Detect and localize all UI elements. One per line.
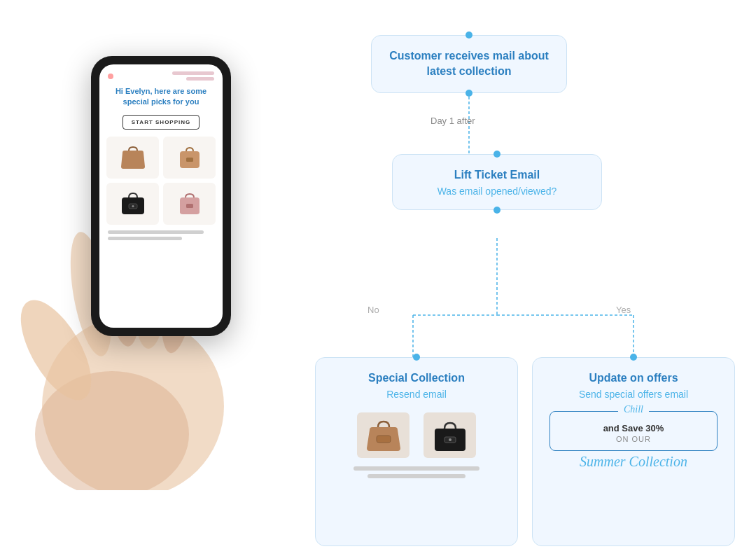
phone-bag-1	[106, 137, 159, 179]
bag-black-structured	[424, 412, 476, 458]
bag-brown-tote	[357, 412, 410, 458]
branch-no-label: No	[368, 305, 379, 315]
card-top-title: Customer receives mail about latest coll…	[389, 50, 549, 77]
card-update-offers: Update on offers Send special offers ema…	[532, 357, 735, 546]
card-middle-subtitle: Was email opened/viewed?	[410, 186, 584, 197]
card-bl-subtitle: Resend email	[332, 389, 500, 400]
bag-row-left	[332, 412, 500, 458]
promo-summer-text: Summer Collection	[550, 454, 718, 470]
phone-dot	[108, 74, 113, 79]
promo-save-text: and Save 30%	[561, 423, 706, 433]
phone-line-2	[108, 237, 182, 240]
phone-bags-grid	[105, 137, 217, 225]
phone-line-1	[108, 230, 204, 234]
svg-rect-12	[186, 204, 193, 208]
phone-header-bar	[105, 71, 217, 81]
phone-greeting: Hi Evelyn, here are some special picks f…	[105, 86, 217, 108]
card-special-collection: Special Collection Resend email	[315, 357, 518, 546]
header-line-1	[172, 71, 214, 75]
phone-bag-lines	[105, 230, 217, 240]
phone-frame: Hi Evelyn, here are some special picks f…	[91, 56, 231, 336]
day-label: Day 1 after	[430, 116, 475, 126]
flow-diagram: Customer receives mail about latest coll…	[301, 14, 749, 546]
card-br-subtitle: Send special offers email	[550, 389, 718, 400]
header-line-2	[186, 77, 214, 81]
phone-header-lines	[116, 71, 214, 81]
phone-cta-button[interactable]: START SHOPPING	[122, 115, 200, 130]
promo-on-our-text: ON OUR	[561, 435, 706, 443]
svg-rect-6	[377, 436, 391, 443]
card-middle-title: Lift Ticket Email	[454, 169, 540, 181]
promo-box: Chill and Save 30% ON OUR	[550, 411, 718, 451]
svg-point-8	[449, 438, 451, 441]
phone-bag-3	[106, 183, 159, 225]
phone-screen: Hi Evelyn, here are some special picks f…	[99, 64, 223, 328]
branch-yes-label: Yes	[616, 305, 631, 315]
card-lift-ticket: Lift Ticket Email Was email opened/viewe…	[392, 154, 602, 210]
card-br-title: Update on offers	[589, 372, 678, 384]
phone-bag-2	[163, 137, 216, 179]
svg-point-11	[132, 205, 134, 207]
card-customer-mail: Customer receives mail about latest coll…	[371, 35, 567, 93]
promo-chill-text: Chill	[618, 404, 649, 415]
card-bl-title: Special Collection	[368, 372, 465, 384]
svg-rect-9	[186, 158, 193, 162]
phone-bag-4	[163, 183, 216, 225]
